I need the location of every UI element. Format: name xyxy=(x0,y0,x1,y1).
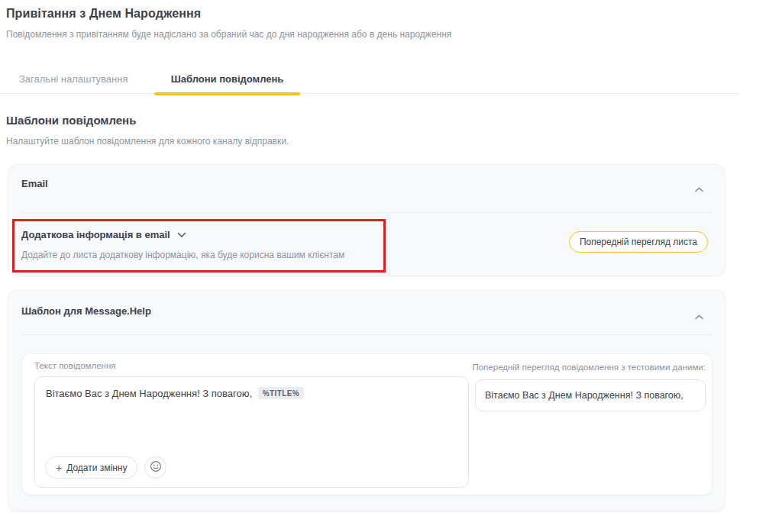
tab-message-templates-label: Шаблони повідомлень xyxy=(171,73,284,85)
message-text-label: Текст повідомлення xyxy=(34,361,115,370)
message-text: Вітаємо Вас з Днем Народження! З повагою… xyxy=(46,388,252,399)
variable-chip-title[interactable]: %TITLE% xyxy=(258,387,304,399)
email-extra-info-title: Додаткова інформація в email xyxy=(21,229,170,240)
plus-icon: + xyxy=(56,463,62,473)
message-text-line: Вітаємо Вас з Днем Народження! З повагою… xyxy=(46,387,460,399)
email-card-title[interactable]: Email xyxy=(21,178,48,189)
page-subtitle: Повідомлення з привітанням буде надіслан… xyxy=(6,29,451,40)
settings-page: Привітання з Днем Народження Повідомленн… xyxy=(0,0,782,532)
tab-bar: Загальні налаштування Шаблони повідомлен… xyxy=(0,64,739,94)
page-title: Привітання з Днем Народження xyxy=(6,7,201,21)
active-tab-underline xyxy=(154,92,300,95)
divider xyxy=(21,334,711,335)
chevron-down-icon xyxy=(177,229,186,240)
emoji-picker-button[interactable] xyxy=(144,456,166,479)
chevron-up-icon[interactable] xyxy=(695,309,703,323)
add-variable-button[interactable]: + Додати змінну xyxy=(45,456,137,479)
tab-general-settings-label: Загальні налаштування xyxy=(19,73,128,85)
template-card-title[interactable]: Шаблон для Message.Help xyxy=(21,305,151,317)
smiley-icon xyxy=(150,460,162,475)
add-variable-label: Додати змінну xyxy=(66,463,127,473)
chevron-up-icon[interactable] xyxy=(695,182,703,195)
section-description: Налаштуйте шаблон повідомлення для кожно… xyxy=(6,136,289,147)
tab-general-settings[interactable]: Загальні налаштування xyxy=(19,64,128,94)
email-extra-info-toggle[interactable]: Додаткова інформація в email xyxy=(21,229,186,240)
tab-message-templates[interactable]: Шаблони повідомлень xyxy=(154,64,300,94)
section-title: Шаблони повідомлень xyxy=(6,114,136,127)
editor-toolbar: + Додати змінну xyxy=(45,456,166,479)
preview-label: Попередній перегляд повідомлення з тесто… xyxy=(454,363,706,372)
email-card: Email Додаткова інформація в email Додай… xyxy=(8,164,725,276)
divider xyxy=(21,212,711,213)
preview-letter-button[interactable]: Попередній перегляд листа xyxy=(569,231,708,253)
message-preview-text: Вітаємо Вас з Днем Народження! З повагою… xyxy=(476,380,705,411)
message-help-template-card: Шаблон для Message.Help Текст повідомлен… xyxy=(8,290,725,511)
message-preview-box: Вітаємо Вас з Днем Народження! З повагою… xyxy=(475,379,706,411)
message-text-editor[interactable]: Вітаємо Вас з Днем Народження! З повагою… xyxy=(34,376,469,488)
template-editor-panel: Текст повідомлення Вітаємо Вас з Днем На… xyxy=(21,353,713,495)
email-extra-info-description: Додайте до листа додаткову інформацію, я… xyxy=(21,250,344,260)
